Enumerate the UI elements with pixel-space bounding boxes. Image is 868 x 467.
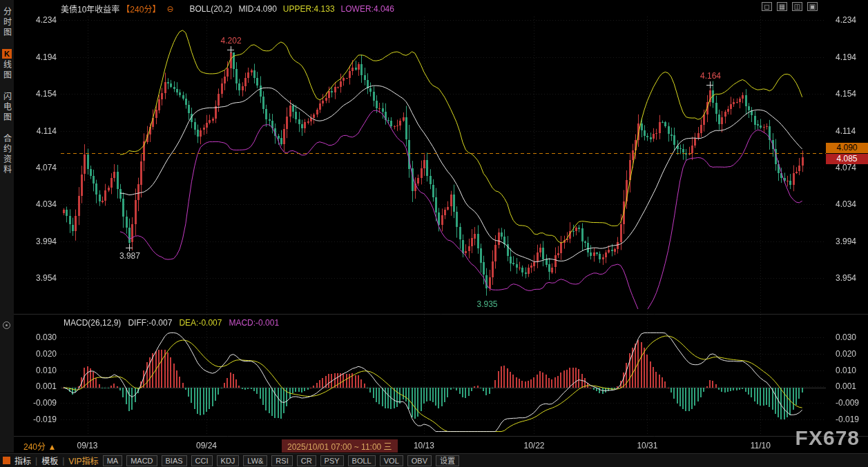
indicator-button-macd[interactable]: MACD <box>126 455 157 466</box>
single-chart-icon[interactable]: ◻ <box>762 2 772 11</box>
indicator-button-obv[interactable]: OBV <box>407 455 432 466</box>
period-label: 【240分】 <box>122 3 160 14</box>
indicator-button-kdj[interactable]: KDJ <box>217 455 240 466</box>
period-dropdown-arrow-icon: ▲ <box>48 442 56 452</box>
boll-mid-value: MID:4.090 <box>239 4 277 14</box>
chart-application: 4.2344.2344.1944.1944.1544.1544.1144.114… <box>0 0 868 467</box>
sidebar-item-label: 线图 <box>1 60 13 81</box>
indicator-button-psy[interactable]: PSY <box>320 455 344 466</box>
macd-diff-value: DIFF:-0.007 <box>128 318 172 328</box>
time-axis-row: 240分 ▲ 2025/10/01 07:00 ~ 11:00 三 <box>0 439 868 453</box>
macd-dea-value: DEA:-0.007 <box>179 318 222 328</box>
indicator-button-cr[interactable]: CR <box>297 455 316 466</box>
split-layout-icon[interactable]: ◫ <box>792 2 802 11</box>
crosshair-tool-icon[interactable] <box>3 321 10 329</box>
indicator-panel-icon <box>3 457 10 464</box>
chart-canvas[interactable] <box>0 0 868 467</box>
boll-mid-price-tag: 4.090 <box>826 143 868 153</box>
sidebar-item-kline[interactable]: K线图 <box>1 49 13 81</box>
indicator-button-boll[interactable]: BOLL <box>348 455 376 466</box>
sidebar-item-label: 分时图 <box>1 7 13 38</box>
bottom-toolbar: 指标|模板|VIP指标MAMACDBIASCCIKDJLW&RSICRPSYBO… <box>0 453 868 467</box>
window-layout-icons: ◻▦◫▣ <box>762 2 818 11</box>
left-sidebar: 分时图K线图闪电图合约资料 <box>0 0 14 453</box>
sidebar-item-label: 闪电图 <box>1 92 13 123</box>
macd-header: MACD(26,12,9) DIFF:-0.007 DEA:-0.007 MAC… <box>64 318 279 328</box>
toolbar-separator: | <box>62 456 64 466</box>
collapse-icon[interactable]: ⊖ <box>166 4 173 14</box>
indicator-button-bias[interactable]: BIAS <box>162 455 187 466</box>
sidebar-item-timeshare[interactable]: 分时图 <box>1 7 13 38</box>
tab-indicator[interactable]: 指标 <box>15 455 31 466</box>
selected-bar-time: 2025/10/01 07:00 ~ 11:00 三 <box>282 439 398 453</box>
macd-macd-value: MACD:-0.001 <box>229 318 279 328</box>
sidebar-item-label: 合约资料 <box>1 134 13 175</box>
indicator-button-lw[interactable]: LW& <box>243 455 267 466</box>
boll-lower-value: LOWER:4.046 <box>341 4 394 14</box>
tab-vip-indicator[interactable]: VIP指标 <box>68 455 98 466</box>
grid-layout-icon[interactable]: ▦ <box>777 2 787 11</box>
indicator-button-vol[interactable]: VOL <box>380 455 403 466</box>
sidebar-item-contract-info[interactable]: 合约资料 <box>1 134 13 175</box>
chart-header: 美债10年收益率 【240分】 ⊖ BOLL(20,2) MID:4.090 U… <box>61 3 394 14</box>
tab-template[interactable]: 模板 <box>41 455 58 466</box>
period-selector[interactable]: 240分 ▲ <box>23 440 56 452</box>
period-selector-label: 240分 <box>23 442 46 452</box>
macd-params-label: MACD(26,12,9) <box>64 318 121 328</box>
indicator-button-ma[interactable]: MA <box>103 455 123 466</box>
fx678-watermark: FX678 <box>795 426 860 450</box>
last-price-tag: 4.085 <box>826 154 868 164</box>
settings-button[interactable]: 设置 <box>436 455 459 466</box>
indicator-button-rsi[interactable]: RSI <box>271 455 292 466</box>
sidebar-item-lightning[interactable]: 闪电图 <box>1 92 13 123</box>
indicator-button-cci[interactable]: CCI <box>191 455 213 466</box>
maximize-icon[interactable]: ▣ <box>807 2 818 11</box>
instrument-title: 美债10年收益率 <box>61 3 119 14</box>
boll-upper-value: UPPER:4.133 <box>283 4 335 14</box>
boll-params-label: BOLL(20,2) <box>189 4 232 14</box>
kline-badge: K <box>2 49 12 59</box>
toolbar-separator: | <box>35 456 37 466</box>
